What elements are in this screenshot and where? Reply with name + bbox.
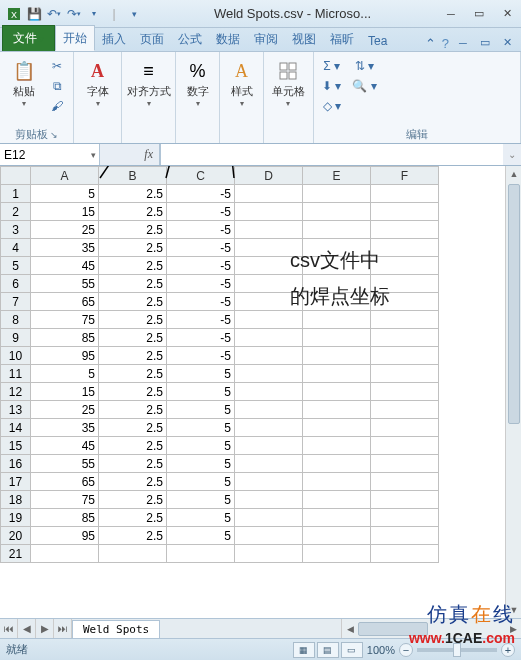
cell[interactable]	[371, 347, 439, 365]
help-icon[interactable]: ?	[442, 36, 449, 51]
cell[interactable]	[303, 275, 371, 293]
name-box[interactable]: E12 ▾	[0, 144, 100, 165]
cell[interactable]	[303, 185, 371, 203]
view-page-layout-icon[interactable]: ▤	[317, 642, 339, 658]
scroll-right-icon[interactable]: ▶	[505, 619, 521, 638]
tab-formulas[interactable]: 公式	[171, 27, 209, 51]
cell[interactable]	[371, 509, 439, 527]
cell[interactable]: 2.5	[99, 329, 167, 347]
cell[interactable]	[371, 239, 439, 257]
cell[interactable]: -5	[167, 293, 235, 311]
cell[interactable]: 2.5	[99, 311, 167, 329]
tab-page-layout[interactable]: 页面	[133, 27, 171, 51]
cell[interactable]: 2.5	[99, 491, 167, 509]
row-header[interactable]: 12	[1, 383, 31, 401]
row-header[interactable]: 5	[1, 257, 31, 275]
cell[interactable]	[303, 491, 371, 509]
format-painter-icon[interactable]: 🖌	[47, 97, 67, 115]
row-header[interactable]: 18	[1, 491, 31, 509]
cell[interactable]	[371, 329, 439, 347]
zoom-slider-thumb[interactable]	[453, 643, 461, 657]
cell[interactable]: 95	[31, 347, 99, 365]
vertical-scrollbar[interactable]: ▲ ▼	[505, 166, 521, 618]
column-header[interactable]: D	[235, 167, 303, 185]
cell[interactable]	[31, 545, 99, 563]
scroll-down-icon[interactable]: ▼	[506, 602, 521, 618]
doc-minimize-icon[interactable]: ─	[455, 36, 471, 49]
cell[interactable]: 55	[31, 455, 99, 473]
cell[interactable]: 85	[31, 509, 99, 527]
number-button[interactable]: % 数字 ▾	[180, 55, 215, 108]
cell[interactable]	[371, 545, 439, 563]
row-header[interactable]: 19	[1, 509, 31, 527]
cell[interactable]: 25	[31, 221, 99, 239]
tab-data[interactable]: 数据	[209, 27, 247, 51]
cell[interactable]: 5	[167, 473, 235, 491]
tab-file[interactable]: 文件▾	[2, 25, 55, 51]
tab-view[interactable]: 视图	[285, 27, 323, 51]
cell[interactable]	[303, 221, 371, 239]
sheet-tab[interactable]: Weld Spots	[72, 620, 160, 638]
cell[interactable]	[303, 347, 371, 365]
row-header[interactable]: 15	[1, 437, 31, 455]
cell[interactable]	[303, 329, 371, 347]
cell[interactable]: 2.5	[99, 455, 167, 473]
cell[interactable]: 25	[31, 401, 99, 419]
cell[interactable]	[303, 383, 371, 401]
cell[interactable]	[303, 455, 371, 473]
doc-close-icon[interactable]: ✕	[499, 36, 515, 49]
cell[interactable]: -5	[167, 329, 235, 347]
cell[interactable]: 5	[167, 527, 235, 545]
clear-icon[interactable]: ◇ ▾	[322, 97, 341, 115]
cell[interactable]: 2.5	[99, 275, 167, 293]
column-header[interactable]: F	[371, 167, 439, 185]
cell[interactable]	[235, 437, 303, 455]
alignment-button[interactable]: ≡ 对齐方式 ▾	[126, 55, 171, 108]
cell[interactable]	[235, 347, 303, 365]
view-page-break-icon[interactable]: ▭	[341, 642, 363, 658]
row-header[interactable]: 17	[1, 473, 31, 491]
cell[interactable]	[303, 545, 371, 563]
cell[interactable]: 45	[31, 437, 99, 455]
row-header[interactable]: 7	[1, 293, 31, 311]
row-header[interactable]: 16	[1, 455, 31, 473]
cell[interactable]: 2.5	[99, 437, 167, 455]
formula-input[interactable]	[160, 144, 503, 165]
cell[interactable]: 5	[31, 185, 99, 203]
find-select-icon[interactable]: 🔍 ▾	[352, 77, 376, 95]
cell[interactable]: 75	[31, 311, 99, 329]
cell[interactable]: 65	[31, 293, 99, 311]
zoom-slider[interactable]	[417, 648, 497, 652]
cell[interactable]: 2.5	[99, 257, 167, 275]
cell[interactable]	[235, 401, 303, 419]
cell[interactable]: 2.5	[99, 527, 167, 545]
cell[interactable]: 2.5	[99, 239, 167, 257]
cell[interactable]	[303, 365, 371, 383]
doc-restore-icon[interactable]: ▭	[477, 36, 493, 49]
row-header[interactable]: 13	[1, 401, 31, 419]
tab-home[interactable]: 开始	[55, 25, 95, 51]
cell[interactable]: 5	[167, 509, 235, 527]
cell[interactable]	[371, 293, 439, 311]
view-normal-icon[interactable]: ▦	[293, 642, 315, 658]
autosum-icon[interactable]: Σ ▾	[322, 57, 341, 75]
cell[interactable]	[303, 401, 371, 419]
cell[interactable]	[235, 455, 303, 473]
cell[interactable]: 2.5	[99, 383, 167, 401]
expand-formula-bar-icon[interactable]: ⌄	[503, 144, 521, 165]
cell[interactable]	[303, 473, 371, 491]
cell[interactable]: -5	[167, 347, 235, 365]
cell[interactable]: 35	[31, 419, 99, 437]
cell[interactable]	[235, 311, 303, 329]
qat-dropdown-icon[interactable]: ▾	[126, 6, 142, 22]
cell[interactable]	[371, 491, 439, 509]
cell[interactable]: 2.5	[99, 509, 167, 527]
cell[interactable]	[371, 311, 439, 329]
cell[interactable]	[167, 545, 235, 563]
cell[interactable]	[235, 275, 303, 293]
cell[interactable]	[371, 365, 439, 383]
minimize-button[interactable]: ─	[437, 4, 465, 24]
cell[interactable]: 5	[167, 437, 235, 455]
cells-button[interactable]: 单元格 ▾	[268, 55, 308, 108]
row-header[interactable]: 1	[1, 185, 31, 203]
